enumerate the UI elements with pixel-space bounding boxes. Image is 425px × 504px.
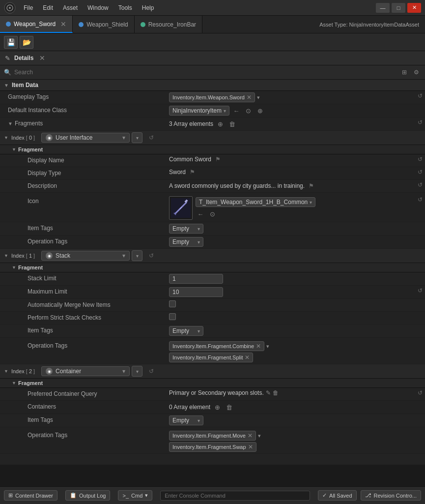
menu-file[interactable]: File — [20, 2, 37, 13]
maximum-limit-reset[interactable]: ↺ — [415, 286, 425, 296]
index-1-collapse[interactable]: ▼ — [4, 253, 8, 258]
stack-limit-input[interactable] — [169, 274, 223, 284]
op-tag-2-expand[interactable]: ▾ — [258, 433, 261, 439]
containers-delete[interactable]: 🗑 — [224, 402, 234, 412]
index-0-label: Index [ 0 ] — [11, 135, 35, 141]
operation-tags-0-arrow: ▾ — [198, 239, 200, 245]
menu-tools[interactable]: Tools — [114, 2, 136, 13]
item-tags-2-select[interactable]: Empty ▾ — [169, 415, 203, 425]
item-tags-0-select[interactable]: Empty ▾ — [169, 224, 203, 234]
display-name-reset[interactable]: ↺ — [415, 154, 425, 164]
index-0-header: ▼ Index [ 0 ] ◉ User Interface ▾ ▾ ↺ — [0, 131, 425, 145]
menu-window[interactable]: Window — [84, 2, 113, 13]
stack-limit-label: Stack Limit — [0, 272, 167, 284]
tab-close-weapon-sword[interactable]: ✕ — [60, 20, 66, 28]
default-instance-class-row: Default Instance Class NinjaInventoryIte… — [0, 104, 425, 118]
maximum-limit-input[interactable] — [169, 287, 223, 297]
item-data-section-header[interactable]: ▼ Item Data — [0, 80, 425, 91]
close-button[interactable]: ✕ — [407, 3, 421, 13]
tab-dot-weapon-shield — [79, 22, 84, 27]
item-tags-0-row: Item Tags Empty ▾ — [0, 222, 425, 236]
all-saved-label: All Saved — [329, 493, 352, 499]
containers-add[interactable]: ⊕ — [212, 402, 222, 412]
icon-nav-left[interactable]: ← — [196, 209, 205, 219]
add-asset-button[interactable]: ⊕ — [255, 106, 265, 116]
console-input[interactable] — [160, 491, 310, 501]
op-tag-2-swap-remove[interactable]: ✕ — [248, 444, 253, 450]
index-0-expand-arrow[interactable]: ▾ — [132, 132, 142, 143]
settings-icon[interactable]: ⚙ — [411, 67, 421, 77]
icon-reset[interactable]: ↺ — [415, 195, 425, 205]
maximize-button[interactable]: □ — [392, 3, 405, 13]
navigate-left-button[interactable]: ← — [231, 106, 241, 116]
default-instance-class-select[interactable]: NinjaInventoryItem ▾ — [169, 106, 229, 116]
index-0-collapse[interactable]: ▼ — [4, 135, 8, 140]
gameplay-tag-remove-0[interactable]: ✕ — [247, 94, 252, 101]
index-2-collapse[interactable]: ▼ — [4, 369, 8, 374]
output-log-button[interactable]: 📋 Output Log — [65, 490, 110, 501]
index-1-reset[interactable]: ↺ — [146, 251, 156, 261]
display-type-flag[interactable]: ⚑ — [190, 169, 195, 176]
grid-view-icon[interactable]: ⊞ — [399, 67, 409, 77]
op-tag-1-combine-remove[interactable]: ✕ — [256, 343, 261, 350]
icon-texture-select[interactable]: T_Item_Weapon_Sword_1H_B_Common ▾ — [196, 197, 315, 207]
tab-weapon-shield[interactable]: Weapon_Shield — [73, 16, 135, 33]
fragment-0-collapse[interactable]: ▼ — [12, 147, 16, 152]
fragment-2-collapse[interactable]: ▼ — [12, 381, 16, 385]
icon-browse[interactable]: ⊙ — [207, 209, 217, 219]
gameplay-tags-expand[interactable]: ▾ — [257, 94, 260, 101]
auto-merge-checkbox[interactable] — [169, 300, 176, 307]
index-2-type-select[interactable]: ◉ Container ▾ — [41, 366, 130, 376]
fragments-value: 3 Array elements ⊕ 🗑 — [167, 118, 415, 130]
op-tag-2-move-remove[interactable]: ✕ — [248, 432, 253, 439]
all-saved-button[interactable]: ✓ All Saved — [318, 490, 356, 501]
cmd-button[interactable]: >_ Cmd ▾ — [118, 490, 152, 501]
search-input[interactable] — [14, 69, 397, 76]
fragments-delete-button[interactable]: 🗑 — [227, 119, 237, 129]
cmd-label: Cmd — [131, 493, 142, 499]
item-tags-1-select[interactable]: Empty ▾ — [169, 326, 203, 336]
container-query-reset[interactable]: ↺ — [415, 388, 425, 398]
index-2-reset[interactable]: ↺ — [146, 366, 156, 376]
save-button[interactable]: 💾 — [4, 36, 18, 49]
container-query-edit[interactable]: ✎ — [266, 389, 271, 396]
tab-weapon-sword[interactable]: Weapon_Sword ✕ — [0, 16, 73, 33]
description-reset[interactable]: ↺ — [415, 180, 425, 190]
fragment-1-collapse[interactable]: ▼ — [12, 265, 16, 270]
browse-button[interactable]: 📂 — [20, 36, 33, 49]
containers-count: 0 Array element — [169, 404, 210, 411]
description-flag[interactable]: ⚑ — [309, 182, 314, 189]
operation-tags-0-select[interactable]: Empty ▾ — [169, 237, 203, 247]
browse-asset-button[interactable]: ⊙ — [243, 106, 253, 116]
fragments-collapse-arrow[interactable]: ▼ — [8, 121, 13, 126]
minimize-button[interactable]: — — [376, 3, 390, 13]
gameplay-tag-text-0: Inventory.Item.Weapon.Sword — [172, 94, 245, 100]
item-tags-2-reset — [415, 414, 425, 417]
revision-control-button[interactable]: ⎇ Revision Contro... — [361, 490, 421, 501]
index-0-reset[interactable]: ↺ — [146, 133, 156, 143]
content-drawer-button[interactable]: ⊞ Content Drawer — [4, 490, 57, 501]
menu-help[interactable]: Help — [138, 2, 158, 13]
details-close-button[interactable]: ✕ — [39, 54, 45, 62]
fragments-reset[interactable]: ↺ — [415, 118, 425, 127]
display-name-flag[interactable]: ⚑ — [215, 156, 221, 163]
maximum-limit-row: Maximum Limit ↺ — [0, 286, 425, 299]
tab-resource-ironbar[interactable]: Resource_IronBar — [135, 16, 202, 33]
index-1-expand-arrow[interactable]: ▾ — [132, 250, 142, 261]
index-2-expand-arrow[interactable]: ▾ — [132, 366, 142, 377]
index-0-type-select[interactable]: ◉ User Interface ▾ — [41, 133, 130, 143]
index-1-type-select[interactable]: ◉ Stack ▾ — [41, 251, 130, 261]
menu-edit[interactable]: Edit — [39, 2, 57, 13]
op-tag-1-expand[interactable]: ▾ — [266, 343, 269, 350]
container-query-delete[interactable]: 🗑 — [273, 389, 279, 396]
op-tag-1-split-remove[interactable]: ✕ — [245, 354, 250, 361]
operation-tags-1-value: Inventory.Item.Fragment.Combine ✕ ▾ Inve… — [167, 340, 415, 364]
menu-asset[interactable]: Asset — [59, 2, 82, 13]
display-type-reset[interactable]: ↺ — [415, 167, 425, 177]
item-data-label: Item Data — [12, 82, 38, 89]
auto-merge-label: Automatically Merge New Items — [0, 299, 167, 311]
strict-stack-checkbox[interactable] — [169, 313, 176, 320]
gameplay-tags-reset[interactable]: ↺ — [415, 91, 425, 101]
status-section: ✓ All Saved ⎇ Revision Contro... — [318, 490, 421, 501]
fragments-add-button[interactable]: ⊕ — [215, 119, 225, 129]
